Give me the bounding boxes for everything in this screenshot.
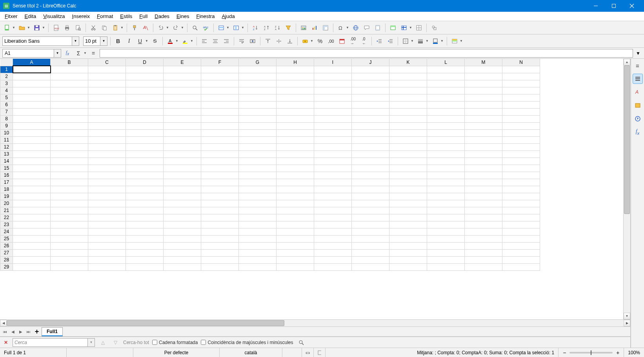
cell-F2[interactable] xyxy=(201,73,239,80)
find-all-label[interactable]: Cerca-ho tot xyxy=(123,340,149,345)
cell-I17[interactable] xyxy=(314,179,352,186)
cell-F22[interactable] xyxy=(201,214,239,221)
cell-J11[interactable] xyxy=(352,136,389,143)
cell-B8[interactable] xyxy=(51,115,88,122)
cell-N10[interactable] xyxy=(502,129,540,136)
percent-button[interactable]: % xyxy=(315,36,325,46)
sheet-count-status[interactable]: Full 1 de 1 xyxy=(0,348,67,357)
cell-J2[interactable] xyxy=(352,73,389,80)
cell-N16[interactable] xyxy=(502,172,540,179)
cell-I1[interactable] xyxy=(314,66,352,73)
vertical-scrollbar[interactable]: ▲ ▼ xyxy=(623,59,630,319)
cell-D7[interactable] xyxy=(126,108,164,115)
cell-I2[interactable] xyxy=(314,73,352,80)
cell-D18[interactable] xyxy=(126,186,164,193)
cell-K26[interactable] xyxy=(389,242,427,249)
cell-N7[interactable] xyxy=(502,108,540,115)
column-header-F[interactable]: F xyxy=(201,59,239,66)
cell-C19[interactable] xyxy=(88,193,126,200)
menu-ajuda[interactable]: Ajuda xyxy=(218,13,238,20)
cell-H13[interactable] xyxy=(277,150,314,158)
cell-M6[interactable] xyxy=(465,101,502,108)
cell-M7[interactable] xyxy=(465,108,502,115)
cell-H21[interactable] xyxy=(277,207,314,214)
cell-F7[interactable] xyxy=(201,108,239,115)
conditional-format-button[interactable] xyxy=(450,36,459,46)
paste-dropdown[interactable]: ▼ xyxy=(120,26,124,29)
cell-C3[interactable] xyxy=(88,80,126,87)
cell-F14[interactable] xyxy=(201,158,239,165)
row-header-25[interactable]: 25 xyxy=(0,235,13,242)
border-style-button[interactable] xyxy=(416,36,425,46)
find-replace-icon[interactable] xyxy=(190,23,200,33)
cell-L22[interactable] xyxy=(427,214,465,221)
row-icon[interactable] xyxy=(216,23,226,33)
functions-panel-icon[interactable]: fx xyxy=(633,127,643,137)
row-header-17[interactable]: 17 xyxy=(0,179,13,186)
cell-F18[interactable] xyxy=(201,186,239,193)
cell-G1[interactable] xyxy=(239,66,277,73)
zoom-in-icon[interactable]: + xyxy=(615,350,620,356)
cell-F13[interactable] xyxy=(201,150,239,158)
comment-icon[interactable] xyxy=(362,23,371,33)
cell-G28[interactable] xyxy=(239,256,277,263)
column-icon[interactable] xyxy=(231,23,241,33)
column-dropdown[interactable]: ▼ xyxy=(241,26,245,29)
cell-F21[interactable] xyxy=(201,207,239,214)
cell-K5[interactable] xyxy=(389,94,427,101)
cell-A8[interactable] xyxy=(13,115,51,122)
chevron-down-icon[interactable]: ▼ xyxy=(100,37,107,45)
add-sheet-button[interactable]: + xyxy=(33,328,41,335)
cell-A3[interactable] xyxy=(13,80,51,87)
cell-B22[interactable] xyxy=(51,214,88,221)
cell-N14[interactable] xyxy=(502,158,540,165)
cell-N11[interactable] xyxy=(502,136,540,143)
cell-K20[interactable] xyxy=(389,200,427,207)
cell-A10[interactable] xyxy=(13,129,51,136)
cell-F25[interactable] xyxy=(201,235,239,242)
cell-H11[interactable] xyxy=(277,136,314,143)
cell-L11[interactable] xyxy=(427,136,465,143)
cell-G3[interactable] xyxy=(239,80,277,87)
cell-K2[interactable] xyxy=(389,73,427,80)
cell-B9[interactable] xyxy=(51,122,88,129)
cell-N19[interactable] xyxy=(502,193,540,200)
cell-M12[interactable] xyxy=(465,143,502,150)
cell-E3[interactable] xyxy=(164,80,201,87)
cell-I5[interactable] xyxy=(314,94,352,101)
cell-B18[interactable] xyxy=(51,186,88,193)
cell-J22[interactable] xyxy=(352,214,389,221)
find-options-icon[interactable] xyxy=(297,338,306,347)
cell-M10[interactable] xyxy=(465,129,502,136)
cell-N26[interactable] xyxy=(502,242,540,249)
cell-E8[interactable] xyxy=(164,115,201,122)
cell-G23[interactable] xyxy=(239,221,277,228)
cell-M4[interactable] xyxy=(465,87,502,94)
cell-E1[interactable] xyxy=(164,66,201,73)
cell-G15[interactable] xyxy=(239,165,277,172)
cell-H19[interactable] xyxy=(277,193,314,200)
wrap-text-button[interactable] xyxy=(237,36,246,46)
cell-F19[interactable] xyxy=(201,193,239,200)
cell-E18[interactable] xyxy=(164,186,201,193)
column-header-H[interactable]: H xyxy=(277,59,314,66)
cell-A15[interactable] xyxy=(13,165,51,172)
cell-L2[interactable] xyxy=(427,73,465,80)
cell-D6[interactable] xyxy=(126,101,164,108)
cell-I21[interactable] xyxy=(314,207,352,214)
cell-E26[interactable] xyxy=(164,242,201,249)
cell-J13[interactable] xyxy=(352,150,389,158)
export-pdf-icon[interactable]: PDF xyxy=(51,23,61,33)
spreadsheet-grid[interactable]: ABCDEFGHIJKLMN12345678910111213141516171… xyxy=(0,59,623,319)
cell-G4[interactable] xyxy=(239,87,277,94)
row-header-26[interactable]: 26 xyxy=(0,242,13,249)
cell-C12[interactable] xyxy=(88,143,126,150)
cell-A14[interactable] xyxy=(13,158,51,165)
currency-dropdown[interactable]: ▼ xyxy=(310,39,314,43)
cell-L1[interactable] xyxy=(427,66,465,73)
cell-F11[interactable] xyxy=(201,136,239,143)
cell-L16[interactable] xyxy=(427,172,465,179)
cell-N25[interactable] xyxy=(502,235,540,242)
cell-M8[interactable] xyxy=(465,115,502,122)
cell-B16[interactable] xyxy=(51,172,88,179)
